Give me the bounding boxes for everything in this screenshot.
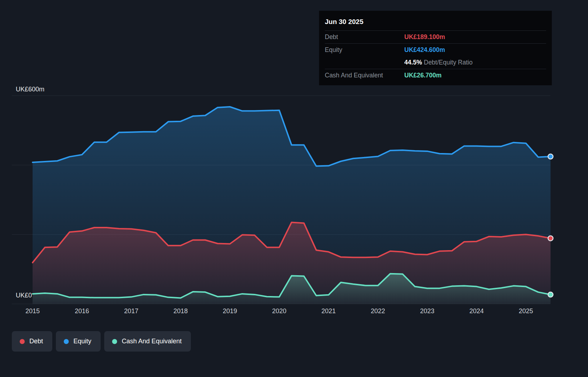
tooltip-debt-label: Debt [325,33,404,41]
x-axis-label-2023: 2023 [420,307,434,315]
x-axis-label-2020: 2020 [272,307,286,315]
tooltip-ratio-label: Debt/Equity Ratio [424,59,473,66]
tooltip-equity-label: Equity [325,46,404,54]
tooltip-cash-row: Cash And Equivalent UK£26.700m [325,69,546,82]
cash-legend-dot-icon [112,339,117,344]
equity-endpoint-marker[interactable] [548,154,553,159]
x-axis-label-2017: 2017 [124,307,138,315]
tooltip-ratio-text: 44.5% Debt/Equity Ratio [404,59,473,66]
tooltip-ratio-value: 44.5% [404,59,422,66]
legend-label-debt: Debt [29,338,43,345]
tooltip-debt-row: Debt UK£189.100m [325,31,546,43]
tooltip-cash-label: Cash And Equivalent [325,72,404,79]
tooltip-cash-value: UK£26.700m [404,72,442,79]
tooltip-equity-row: Equity UK£424.600m [325,44,546,56]
tooltip-panel: Jun 30 2025 Debt UK£189.100m Equity UK£4… [319,11,552,85]
x-axis-label-2021: 2021 [321,307,336,315]
x-axis-label-2025: 2025 [519,307,533,315]
debt-endpoint-marker[interactable] [548,236,553,241]
x-axis-label-2016: 2016 [75,307,89,315]
x-axis-label-2015: 2015 [25,307,40,315]
y-axis-label-0: UK£0 [16,292,32,299]
legend-item-cash[interactable]: Cash And Equivalent [104,331,191,352]
x-axis-label-2018: 2018 [173,307,188,315]
legend-label-equity: Equity [73,338,91,345]
legend-label-cash: Cash And Equivalent [122,338,182,345]
x-axis-label-2022: 2022 [371,307,385,315]
legend: DebtEquityCash And Equivalent [12,331,191,352]
legend-item-equity[interactable]: Equity [56,331,101,352]
equity-legend-dot-icon [64,339,69,344]
debt-legend-dot-icon [20,339,25,344]
x-axis-label-2024: 2024 [469,307,484,315]
tooltip-date: Jun 30 2025 [325,15,546,30]
cash-endpoint-marker[interactable] [548,292,553,297]
tooltip-debt-value: UK£189.100m [404,33,445,41]
tooltip-equity-value: UK£424.600m [404,46,445,54]
x-axis-label-2019: 2019 [223,307,237,315]
legend-item-debt[interactable]: Debt [12,331,52,352]
y-axis-label-600m: UK£600m [16,86,44,93]
x-axis: 2015201620172018201920202021202220232024… [0,307,588,317]
tooltip-ratio-row: 44.5% Debt/Equity Ratio [325,56,546,69]
